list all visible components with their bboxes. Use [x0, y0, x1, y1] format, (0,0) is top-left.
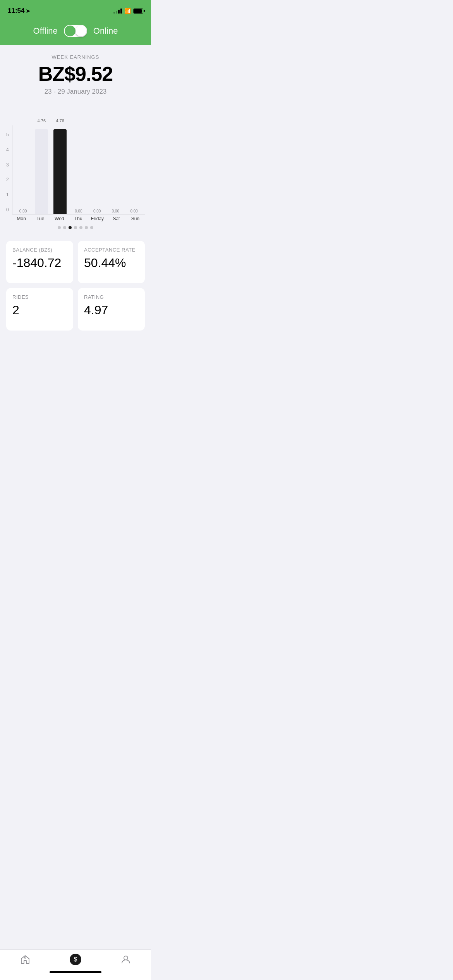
- day-label-friday: Friday: [88, 216, 107, 221]
- rides-value: 2: [12, 303, 67, 317]
- rating-value: 4.97: [84, 303, 139, 317]
- y-label-4: 4: [6, 147, 9, 152]
- bar-label-sun: 0.00: [130, 209, 137, 213]
- bar-col-mon: 0.00: [14, 125, 33, 214]
- rating-card: RATING 4.97: [78, 288, 145, 331]
- status-time: 11:54: [8, 7, 24, 15]
- y-label-0: 0: [6, 207, 9, 212]
- balance-label: Balance (BZ$): [12, 247, 67, 253]
- pagination-dot-1: [63, 226, 66, 229]
- battery-icon: [133, 9, 143, 14]
- day-label-thu: Thu: [69, 216, 88, 221]
- toggle-header: Offline Online: [0, 19, 151, 45]
- pagination-dot-3: [74, 226, 77, 229]
- bar-label-wed: 4.76: [56, 118, 64, 123]
- bars-row: 0.004.764.760.000.000.000.00: [12, 125, 145, 214]
- rides-card: RIDES 2: [6, 288, 73, 331]
- pagination-dot-0: [58, 226, 61, 229]
- week-earnings-label: WEEK EARNINGS: [8, 54, 143, 60]
- rating-label: RATING: [84, 294, 139, 300]
- y-label-2: 2: [6, 177, 9, 182]
- bar-col-wed: 4.76: [51, 125, 69, 214]
- online-label: Online: [93, 26, 118, 36]
- y-label-5: 5: [6, 132, 9, 137]
- bar-col-tue: 4.76: [32, 125, 51, 214]
- pagination-dot-5: [85, 226, 88, 229]
- balance-value: -1840.72: [12, 256, 67, 270]
- acceptance-rate-label: ACCEPTANCE RATE: [84, 247, 139, 253]
- bar-label-sat: 0.00: [112, 209, 119, 213]
- wifi-icon: 📶: [124, 8, 131, 14]
- day-label-wed: Wed: [50, 216, 69, 221]
- bar-col-sat: 0.00: [106, 125, 125, 214]
- y-axis: 0 1 2 3 4 5: [6, 132, 12, 221]
- day-label-tue: Tue: [31, 216, 50, 221]
- bar-fill-wed: [53, 129, 67, 214]
- day-label-sat: Sat: [107, 216, 126, 221]
- earnings-amount: BZ$9.52: [8, 62, 143, 86]
- stats-grid: Balance (BZ$) -1840.72 ACCEPTANCE RATE 5…: [0, 241, 151, 335]
- bar-col-friday: 0.00: [88, 125, 106, 214]
- location-icon: ➤: [26, 8, 30, 14]
- signal-icon: [113, 9, 122, 14]
- y-label-1: 1: [6, 192, 9, 197]
- bar-col-thu: 0.00: [69, 125, 88, 214]
- acceptance-rate-card: ACCEPTANCE RATE 50.44%: [78, 241, 145, 283]
- bar-label-mon: 0.00: [19, 209, 27, 213]
- status-bar: 11:54 ➤ 📶: [0, 0, 151, 19]
- day-labels-row: MonTueWedThuFridaySatSun: [12, 216, 145, 221]
- pagination-dots: [6, 226, 145, 229]
- acceptance-rate-value: 50.44%: [84, 256, 139, 270]
- date-range: 23 - 29 January 2023: [8, 88, 143, 96]
- content-spacer: [0, 335, 151, 382]
- bar-label-friday: 0.00: [93, 209, 101, 213]
- pagination-dot-4: [79, 226, 82, 229]
- earnings-section: WEEK EARNINGS BZ$9.52 23 - 29 January 20…: [0, 45, 151, 105]
- bar-label-tue: 4.76: [38, 118, 46, 123]
- rides-label: RIDES: [12, 294, 67, 300]
- bar-fill-tue: [35, 129, 48, 214]
- bars-area: 0.004.764.760.000.000.000.00 MonTueWedTh…: [12, 125, 145, 221]
- day-label-sun: Sun: [126, 216, 145, 221]
- pagination-dot-6: [90, 226, 93, 229]
- pagination-dot-2: [69, 226, 72, 229]
- day-label-mon: Mon: [12, 216, 31, 221]
- bar-col-sun: 0.00: [125, 125, 143, 214]
- y-label-3: 3: [6, 163, 9, 167]
- offline-label: Offline: [33, 26, 58, 36]
- bar-label-thu: 0.00: [75, 209, 82, 213]
- online-toggle[interactable]: [64, 25, 87, 37]
- balance-card: Balance (BZ$) -1840.72: [6, 241, 73, 283]
- chart-section: 0 1 2 3 4 5 0.004.764.760.000.000.000.00…: [0, 105, 151, 241]
